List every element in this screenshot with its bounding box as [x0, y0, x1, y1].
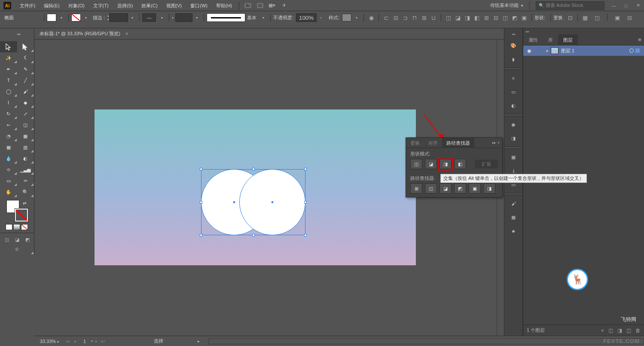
menu-object[interactable]: 对象(O)	[64, 0, 89, 11]
prev-artboard-icon[interactable]: ◂	[71, 338, 78, 345]
opacity-input[interactable]	[296, 13, 317, 22]
slice-tool[interactable]: ✂	[17, 175, 34, 186]
handle-s[interactable]	[252, 234, 255, 237]
menu-window[interactable]: 窗口(W)	[186, 0, 212, 11]
pf-unite-icon[interactable]: ◫	[444, 13, 453, 22]
color-guide-icon[interactable]: ◗	[507, 53, 520, 66]
isolate-icon[interactable]: ▦	[580, 13, 590, 22]
pf-merge-icon[interactable]: ◫	[501, 13, 510, 22]
width-tool[interactable]: ➳	[0, 119, 17, 131]
stroke-profile[interactable]	[175, 13, 192, 22]
stroke-dash[interactable]: —	[142, 13, 156, 22]
draw-inside[interactable]: ◩	[23, 236, 32, 243]
pf-crop-icon[interactable]: ◩	[510, 13, 519, 22]
graphic-styles-icon[interactable]: ◨	[507, 132, 520, 145]
new-layer-icon[interactable]: ◫	[626, 328, 631, 334]
pf-crop[interactable]: ◩	[454, 183, 466, 194]
align-left-icon[interactable]: ⊏	[382, 13, 391, 22]
menu-select[interactable]: 选择(S)	[113, 0, 137, 11]
perspective-tool[interactable]: ▦	[17, 131, 34, 142]
window-maximize[interactable]: □	[621, 1, 631, 10]
layer-row[interactable]: ◉ ▸ 图层 1	[523, 46, 644, 56]
pf-exclude-icon[interactable]: ◧	[472, 13, 482, 22]
pf-intersect-icon[interactable]: ◨	[463, 13, 472, 22]
brushes-panel-icon[interactable]: 🖌	[507, 197, 520, 210]
lasso-tool[interactable]: ʕ	[17, 52, 34, 64]
appearance-panel-icon[interactable]: ◉	[507, 118, 520, 131]
gradient-mode[interactable]	[13, 224, 20, 230]
layer-target-icon[interactable]	[629, 49, 634, 53]
window-minimize[interactable]: —	[609, 1, 619, 10]
brush-preview[interactable]	[207, 13, 245, 22]
pf-merge[interactable]: ◪	[440, 183, 452, 194]
tab-layers[interactable]: 图层	[558, 34, 578, 46]
handle-ne[interactable]	[304, 168, 307, 170]
next-artboard-icon[interactable]: ▸	[93, 338, 100, 345]
fill-swatch[interactable]	[47, 14, 56, 21]
eraser-tool[interactable]: ◆	[17, 97, 34, 108]
type-tool[interactable]: T	[0, 75, 17, 86]
selection-tool[interactable]	[0, 41, 17, 52]
pf-expand-button[interactable]: 扩展	[475, 160, 498, 168]
gpu-icon[interactable]: ✈	[279, 1, 289, 10]
bridge-icon[interactable]: Br	[243, 1, 253, 10]
transform-btn[interactable]: 变换	[553, 15, 563, 21]
line-tool[interactable]: ╱	[17, 75, 34, 86]
status-arrow-icon[interactable]: ▸	[198, 339, 200, 343]
handle-sw[interactable]	[200, 234, 202, 237]
tab-properties[interactable]: 属性	[523, 34, 543, 46]
stroke-panel-icon[interactable]: ≡	[507, 72, 520, 85]
curvature-tool[interactable]: ✎	[17, 64, 34, 75]
symbol-sprayer-tool[interactable]: ፨	[0, 164, 17, 175]
stroke-color[interactable]	[15, 209, 28, 222]
draw-normal[interactable]: ◫	[3, 236, 11, 243]
layers-panel-icon[interactable]: ▦	[507, 151, 520, 164]
layer-expand-icon[interactable]: ▸	[544, 49, 551, 53]
horizontal-scrollbar[interactable]	[208, 338, 644, 344]
align-bottom-icon[interactable]: ⊔	[429, 13, 438, 22]
tools-grip[interactable]: ◂◂	[0, 28, 34, 39]
close-tab-icon[interactable]: ×	[125, 31, 128, 37]
collapse-icon[interactable]: ▸▸	[492, 141, 496, 145]
menu-view[interactable]: 视图(V)	[162, 0, 186, 11]
prefs-icon[interactable]: ⊟	[625, 13, 634, 22]
pf-divide[interactable]: ⊞	[410, 183, 422, 194]
menu-help[interactable]: 帮助(H)	[212, 0, 236, 11]
layer-name[interactable]: 图层 1	[561, 48, 574, 54]
first-artboard-icon[interactable]: I◂	[64, 338, 71, 345]
shaper-tool[interactable]: ⌇	[0, 97, 17, 108]
paintbrush-tool[interactable]: 🖌	[17, 86, 34, 97]
free-transform-tool[interactable]: ◫	[17, 119, 34, 131]
stroke-width-input[interactable]	[109, 13, 128, 22]
panel-expand-icon[interactable]: ▸▸	[523, 28, 644, 34]
handle-n[interactable]	[252, 168, 255, 170]
pf-divide-icon[interactable]: ⊞	[482, 13, 491, 22]
transparency-panel-icon[interactable]: ◐	[507, 99, 520, 112]
delete-layer-icon[interactable]: 🗑	[635, 328, 641, 334]
pf-outline-icon[interactable]: ▣	[519, 13, 529, 22]
draw-behind[interactable]: ◪	[13, 236, 21, 243]
tab-libraries[interactable]: 库	[543, 34, 558, 46]
align-right-icon[interactable]: ⊐	[400, 13, 410, 22]
menu-file[interactable]: 文件(F)	[15, 0, 40, 11]
pf-outline[interactable]: ▣	[469, 183, 481, 194]
fill-stroke-control[interactable]: ⇄	[6, 200, 28, 222]
shape-btn[interactable]: 形状:	[534, 15, 545, 21]
handle-se[interactable]	[304, 234, 307, 237]
zoom-tool[interactable]: 🔍	[17, 186, 34, 197]
screen-mode[interactable]: ⎚	[13, 245, 21, 253]
pf-minus-back[interactable]: ◨	[483, 183, 495, 194]
pf-trim-icon[interactable]: ⊟	[491, 13, 501, 22]
style-swatch[interactable]	[342, 14, 351, 21]
handle-nw[interactable]	[200, 168, 202, 170]
artboard-tool[interactable]: ▭	[0, 175, 17, 186]
handle-e[interactable]	[304, 201, 307, 203]
pf-intersect[interactable]: ◨	[440, 159, 452, 169]
pf-minus-icon[interactable]: ◪	[453, 13, 463, 22]
symbols-panel-icon[interactable]: ♣	[507, 225, 520, 237]
locate-layer-icon[interactable]: ⌖	[601, 328, 604, 334]
panel-menu-icon[interactable]: ≡	[635, 36, 644, 43]
layer-visibility-icon[interactable]: ◉	[523, 48, 535, 54]
pen-tool[interactable]: ✒	[0, 64, 17, 75]
color-panel-icon[interactable]: 🎨	[507, 39, 520, 52]
